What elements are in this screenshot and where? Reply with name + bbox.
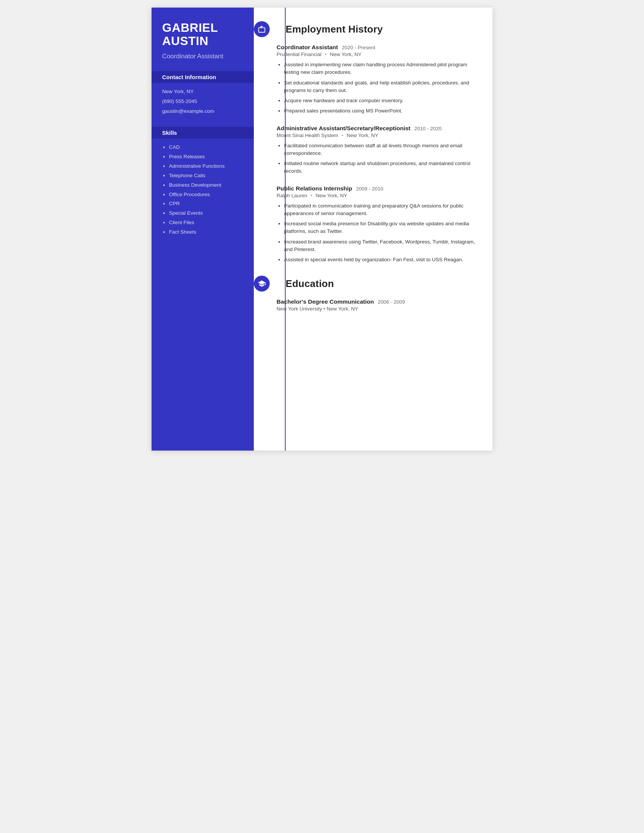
education-section-title: Education <box>286 278 334 289</box>
job-bullet: Increased brand awareness using Twitter,… <box>284 238 477 254</box>
job-dates: 2009 - 2010 <box>356 186 383 191</box>
job-bullet: Increased social media presence for Disa… <box>284 220 477 235</box>
job-company-row: Mount Sinai Health System • New York, NY <box>277 132 477 138</box>
job-entry: Coordinator Assistant 2020 - Present Pru… <box>273 44 477 115</box>
job-bullet: Assisted in implementing new claim handl… <box>284 61 477 77</box>
skill-item: Office Procedures <box>169 191 243 198</box>
skill-item: Business Development <box>169 182 243 189</box>
job-entry: Administrative Assistant/Secretary/Recep… <box>273 125 477 175</box>
contact-section: Contact Information New York, NY (690) 5… <box>162 71 243 118</box>
job-title: Administrative Assistant/Secretary/Recep… <box>277 125 410 132</box>
skill-item: Telephone Calls <box>169 172 243 180</box>
job-company-row: Prudential Financial • New York, NY <box>277 51 477 57</box>
job-company: Prudential Financial <box>277 51 322 57</box>
contact-section-header: Contact Information <box>151 71 254 83</box>
job-location: New York, NY <box>316 193 347 198</box>
employment-header-row: Employment History <box>273 21 477 37</box>
edu-school: New York University <box>277 306 322 312</box>
job-company: Ralph Lauren <box>277 193 307 198</box>
education-container: Bachelor's Degree Communication 2006 - 2… <box>273 298 477 312</box>
job-bullet: Facilitated communication between staff … <box>284 142 477 158</box>
edu-entry: Bachelor's Degree Communication 2006 - 2… <box>273 298 477 312</box>
job-location: New York, NY <box>330 51 361 57</box>
job-bullet: Participated in communication training a… <box>284 202 477 218</box>
edu-title-row: Bachelor's Degree Communication 2006 - 2… <box>277 298 477 305</box>
edu-school-row: New York University • New York, NY <box>277 306 477 312</box>
skill-item: Press Releases <box>169 153 243 161</box>
contact-email: gaustin@example.com <box>162 108 243 115</box>
job-bullet: Assisted in special events held by organ… <box>284 256 477 264</box>
briefcase-icon <box>254 21 270 37</box>
employment-section: Employment History Coordinator Assistant… <box>273 21 477 264</box>
dot-separator: • <box>311 193 312 198</box>
skill-item: Special Events <box>169 210 243 217</box>
job-bullet: Prepared sales presentations using MS Po… <box>284 107 477 115</box>
skills-section-header: Skills <box>151 127 254 138</box>
edu-degree: Bachelor's Degree Communication <box>277 298 374 305</box>
graduation-icon <box>254 276 270 291</box>
skill-item: CAD <box>169 144 243 151</box>
job-bullet: Set educational standards and goals, and… <box>284 79 477 95</box>
job-title-row: Public Relations Internship 2009 - 2010 <box>277 185 477 192</box>
job-title-row: Administrative Assistant/Secretary/Recep… <box>277 125 477 132</box>
job-dates: 2010 - 2020 <box>414 126 441 131</box>
dot-separator: • <box>342 132 344 138</box>
skills-section: Skills CADPress ReleasesAdministrative F… <box>162 127 243 238</box>
skills-list: CADPress ReleasesAdministrative Function… <box>162 144 243 236</box>
job-bullets: Assisted in implementing new claim handl… <box>277 61 477 115</box>
job-company-row: Ralph Lauren • New York, NY <box>277 193 477 198</box>
job-company: Mount Sinai Health System <box>277 132 338 138</box>
job-bullets: Facilitated communication between staff … <box>277 142 477 175</box>
job-bullet: Initiated routine network startup and sh… <box>284 160 477 175</box>
job-bullets: Participated in communication training a… <box>277 202 477 264</box>
dot-separator: • <box>325 51 327 57</box>
sidebar: GABRIEL AUSTIN Coordinator Assistant Con… <box>151 8 254 450</box>
education-header-row: Education <box>273 276 477 291</box>
education-section: Education Bachelor's Degree Communicatio… <box>273 276 477 312</box>
candidate-name: GABRIEL AUSTIN <box>162 21 243 48</box>
job-location: New York, NY <box>347 132 378 138</box>
job-title-row: Coordinator Assistant 2020 - Present <box>277 44 477 51</box>
job-dates: 2020 - Present <box>342 45 375 50</box>
skill-item: CPR <box>169 200 243 207</box>
contact-location: New York, NY <box>162 88 243 95</box>
resume-container: GABRIEL AUSTIN Coordinator Assistant Con… <box>151 8 493 450</box>
job-title: Coordinator Assistant <box>277 44 338 51</box>
main-content: Employment History Coordinator Assistant… <box>254 8 493 450</box>
job-entry: Public Relations Internship 2009 - 2010 … <box>273 185 477 264</box>
job-bullet: Acquire new hardware and track computer … <box>284 97 477 105</box>
candidate-title: Coordinator Assistant <box>162 52 243 61</box>
job-title: Public Relations Internship <box>277 185 352 192</box>
edu-dates: 2006 - 2009 <box>378 299 405 305</box>
skill-item: Administrative Functions <box>169 163 243 170</box>
contact-phone: (690) 555-2045 <box>162 98 243 105</box>
edu-location: New York, NY <box>327 306 358 312</box>
skill-item: Client Files <box>169 219 243 227</box>
skill-item: Fact Sheets <box>169 229 243 236</box>
jobs-container: Coordinator Assistant 2020 - Present Pru… <box>273 44 477 264</box>
employment-section-title: Employment History <box>286 24 383 35</box>
